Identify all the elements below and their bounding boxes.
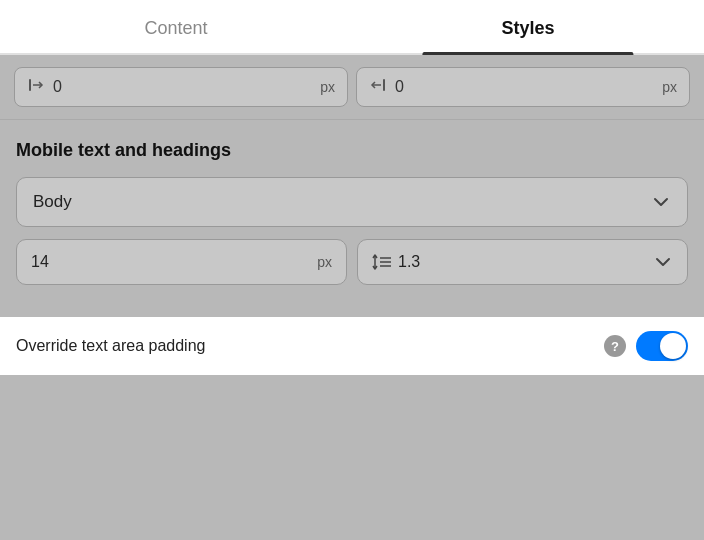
font-line-height-row: 14 px	[16, 239, 688, 285]
margin-right-value: 0	[395, 78, 654, 96]
body-dropdown[interactable]: Body	[16, 177, 688, 227]
app-container: Content Styles 0 px	[0, 0, 704, 540]
line-height-value: 1.3	[398, 253, 647, 271]
font-size-unit: px	[317, 254, 332, 270]
tab-content[interactable]: Content	[0, 0, 352, 53]
margin-right-input[interactable]: 0 px	[356, 67, 690, 107]
margin-left-icon	[27, 76, 45, 98]
toggle-thumb	[660, 333, 686, 359]
line-height-chevron	[653, 252, 673, 272]
tab-styles[interactable]: Styles	[352, 0, 704, 53]
margin-right-icon	[369, 76, 387, 98]
override-row: Override text area padding ?	[0, 317, 704, 375]
top-inputs-row: 0 px 0 px	[0, 55, 704, 120]
override-toggle[interactable]	[636, 331, 688, 361]
margin-left-value: 0	[53, 78, 312, 96]
override-label: Override text area padding	[16, 337, 594, 355]
main-content: 0 px 0 px Mobile text and headings	[0, 55, 704, 540]
margin-right-unit: px	[662, 79, 677, 95]
svg-rect-2	[383, 79, 385, 91]
body-dropdown-label: Body	[33, 192, 651, 212]
line-height-icon	[372, 253, 392, 271]
margin-left-input[interactable]: 0 px	[14, 67, 348, 107]
line-height-dropdown[interactable]: 1.3	[357, 239, 688, 285]
mobile-text-section: Mobile text and headings Body 14 px	[0, 120, 704, 317]
tab-bar: Content Styles	[0, 0, 704, 55]
svg-rect-0	[29, 79, 31, 91]
body-dropdown-chevron	[651, 192, 671, 212]
help-icon[interactable]: ?	[604, 335, 626, 357]
font-size-value: 14	[31, 253, 309, 271]
section-title: Mobile text and headings	[16, 140, 688, 161]
font-size-input[interactable]: 14 px	[16, 239, 347, 285]
margin-left-unit: px	[320, 79, 335, 95]
